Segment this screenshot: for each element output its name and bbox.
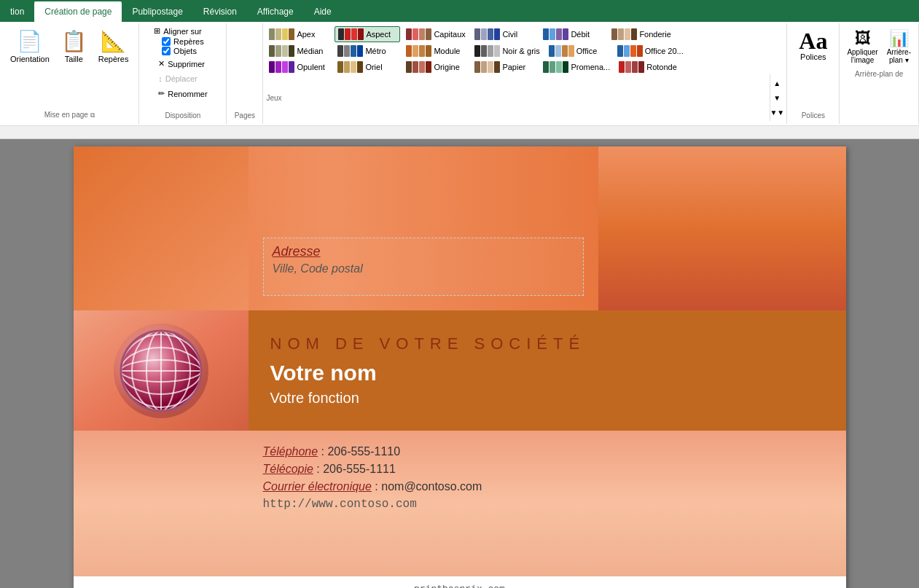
deplacer-button[interactable]: ↕Déplacer [154, 72, 211, 85]
document: Adresse Ville, Code postal [74, 146, 846, 588]
theme-metro[interactable]: Métro [335, 44, 400, 58]
supprimer-button[interactable]: ✕Supprimer [154, 57, 211, 71]
module-swatch [406, 45, 431, 57]
doc-area: Adresse Ville, Code postal [0, 139, 919, 588]
theme-civil[interactable]: Civil [472, 27, 537, 42]
orientation-icon: 📄 [17, 29, 42, 53]
orientation-button[interactable]: 📄 Orientation [6, 26, 54, 66]
group-disposition: ⊞Aligner sur Repères Objets ✕Supprimer ↕… [139, 23, 227, 124]
group-arriere-plan: 🖼 Appliquerl'image 📊 Arrière-plan ▾ Arri… [840, 23, 919, 124]
tab-tion[interactable]: tion [0, 1, 34, 22]
reperes-button[interactable]: 📐 Repères [94, 26, 133, 66]
arriere-plan-button[interactable]: 📊 Arrière-plan ▾ [884, 26, 914, 67]
ruler-svg [135, 126, 791, 138]
logo-section [74, 310, 249, 431]
theme-papier[interactable]: Papier [472, 60, 537, 74]
aligner-sur-button[interactable]: ⊞Aligner sur [154, 26, 202, 36]
fax-label[interactable]: Télécopie [263, 463, 313, 475]
capitaux-swatch [406, 28, 431, 40]
company-name[interactable]: NOM DE VOTRE SOCIÉTÉ [270, 334, 824, 353]
ruler [0, 126, 919, 139]
origine-swatch [406, 61, 431, 73]
checkboxes: Repères Objets [162, 37, 204, 55]
theme-noir-gris[interactable]: Noir & gris [472, 44, 542, 58]
mise-en-page-expand[interactable]: ⧉ [90, 111, 95, 119]
email-label[interactable]: Courrier électronique [263, 480, 372, 493]
theme-aspect[interactable]: Aspect [335, 26, 400, 42]
tab-affichage[interactable]: Affichage [247, 1, 304, 22]
disposition-label: Disposition [165, 110, 200, 121]
objets-checkbox[interactable]: Objets [162, 47, 204, 55]
renommer-button[interactable]: ✏Renommer [154, 87, 211, 101]
phone-label[interactable]: Téléphone [263, 445, 318, 458]
scroll-up[interactable]: ▲ [772, 76, 782, 90]
email-line: Courrier électronique : nom@contoso.com [263, 480, 824, 493]
theme-module[interactable]: Module [403, 44, 469, 58]
jeux-label: Jeux [266, 93, 281, 103]
ruler-content [0, 126, 919, 138]
theme-capitaux[interactable]: Capitaux [403, 27, 469, 42]
website-line[interactable]: http://www.contoso.com [263, 498, 824, 511]
person-name[interactable]: Votre nom [270, 361, 824, 385]
tab-publipostage[interactable]: Publipostage [122, 1, 192, 22]
email-value: : nom@contoso.com [375, 480, 482, 493]
tab-creation-de-page[interactable]: Création de page [34, 1, 122, 22]
person-title[interactable]: Votre fonction [270, 390, 824, 407]
theme-debit[interactable]: Débit [540, 27, 606, 42]
card-top-center: Adresse Ville, Code postal [249, 146, 598, 310]
civil-swatch [474, 28, 500, 40]
name-section: NOM DE VOTRE SOCIÉTÉ Votre nom Votre fon… [249, 310, 846, 431]
pages-label: Pages [235, 110, 255, 121]
phone-line: Téléphone : 206-555-1110 [263, 445, 824, 458]
address-sub: Ville, Code postal [273, 262, 574, 275]
card-bottom: Téléphone : 206-555-1110 Télécopie : 206… [74, 431, 846, 576]
rotonde-swatch [619, 61, 644, 73]
theme-opulent[interactable]: Opulent [266, 60, 332, 74]
ribbon-tabs: tion Création de page Publipostage Révis… [0, 0, 919, 22]
theme-origine[interactable]: Origine [403, 60, 469, 74]
card-top-left [74, 146, 249, 310]
card-top-right [598, 146, 846, 310]
gallery-scroll: ▲ ▼ ▼▼ [770, 74, 783, 121]
disposition-buttons: ✕Supprimer ↕Déplacer ✏Renommer [154, 57, 211, 101]
polices-label: Polices [802, 110, 825, 121]
theme-apex[interactable]: Apex [266, 27, 332, 42]
opulent-swatch [269, 61, 294, 73]
scroll-more[interactable]: ▼▼ [772, 105, 782, 119]
theme-fonderie[interactable]: Fonderie [609, 27, 674, 42]
group-pages: Pages [227, 23, 263, 124]
theme-median[interactable]: Médian [266, 44, 332, 58]
theme-row-1: Apex Aspect [266, 26, 783, 42]
papier-swatch [474, 61, 500, 73]
office-swatch [549, 45, 574, 57]
fonderie-swatch [611, 28, 637, 40]
noir-gris-swatch [474, 45, 500, 57]
ribbon: 📄 Orientation 📋 Taille 📐 Repères Mise en… [0, 22, 919, 126]
theme-office20[interactable]: Office 20... [614, 44, 687, 58]
aspect-swatch [338, 28, 364, 40]
theme-office[interactable]: Office [546, 44, 611, 58]
reperes-checkbox[interactable]: Repères [162, 37, 204, 46]
scroll-down[interactable]: ▼ [772, 90, 782, 105]
promena-swatch [543, 61, 568, 73]
oriel-swatch [337, 61, 363, 73]
tab-aide[interactable]: Aide [304, 1, 342, 22]
theme-oriel[interactable]: Oriel [335, 60, 400, 74]
theme-rotonde[interactable]: Rotonde [616, 60, 681, 74]
taille-button[interactable]: 📋 Taille [57, 26, 91, 66]
appliquer-image-button[interactable]: 🖼 Appliquerl'image [844, 26, 880, 67]
taille-icon: 📋 [61, 29, 87, 53]
polices-button[interactable]: Aa Polices [793, 26, 833, 64]
metro-swatch [337, 45, 363, 57]
reperes-icon: 📐 [101, 29, 126, 53]
theme-row-3: Opulent Oriel [266, 60, 783, 74]
tab-revision[interactable]: Révision [193, 1, 247, 22]
address-box[interactable]: Adresse Ville, Code postal [263, 238, 584, 296]
office20-swatch [617, 45, 643, 57]
theme-promena[interactable]: Promena... [540, 60, 613, 74]
apex-swatch [269, 28, 294, 40]
svg-rect-0 [135, 126, 791, 138]
theme-rows: Apex Aspect [266, 26, 783, 74]
phone-value: : 206-555-1110 [321, 445, 401, 458]
right-buttons: 🖼 Appliquerl'image 📊 Arrière-plan ▾ [844, 26, 914, 67]
